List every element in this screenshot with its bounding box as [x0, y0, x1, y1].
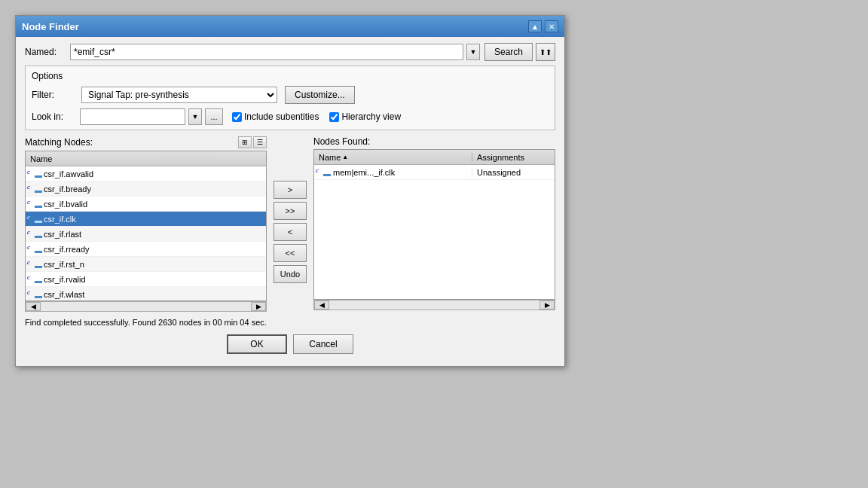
matching-nodes-list[interactable]: Name c csr_if.awvalid c	[25, 151, 267, 301]
node-signal-icon: c	[27, 273, 42, 285]
matching-nodes-panel: Matching Nodes: ⊞ ☰ Name	[25, 136, 267, 312]
grid-view-button[interactable]: ⊞	[238, 136, 252, 148]
bottom-buttons: OK Cancel	[25, 334, 555, 360]
sort-arrow-icon: ▲	[342, 154, 348, 160]
title-bar-buttons: ▲ ✕	[528, 20, 558, 32]
title-bar: Node Finder ▲ ✕	[16, 16, 564, 37]
filter-label: Filter:	[32, 90, 77, 100]
maximize-button[interactable]: ▲	[528, 20, 542, 32]
node-signal-icon: c	[316, 166, 331, 178]
list-item[interactable]: c csr_if.rvalid	[26, 272, 266, 287]
list-item[interactable]: c csr_if.rst_n	[26, 257, 266, 272]
main-area: Matching Nodes: ⊞ ☰ Name	[25, 136, 555, 312]
found-scroll-left-btn[interactable]: ◀	[314, 300, 329, 310]
node-signal-icon: c	[27, 228, 42, 240]
node-signal-icon: c	[27, 288, 42, 300]
scroll-right-btn[interactable]: ▶	[251, 302, 266, 311]
lookin-dropdown-arrow[interactable]: ▼	[188, 108, 202, 125]
matching-nodes-label: Matching Nodes:	[25, 137, 93, 148]
collapse-button[interactable]: ⬆⬆	[536, 43, 555, 61]
close-button[interactable]: ✕	[545, 20, 558, 32]
include-subentities-checkbox[interactable]	[232, 112, 242, 122]
found-scroll-right-btn[interactable]: ▶	[539, 300, 555, 310]
cancel-button[interactable]: Cancel	[293, 334, 353, 354]
lookin-row: Look in: ▼ ... Include subentities Hiera…	[32, 108, 549, 125]
filter-combo: Signal Tap: pre-synthesis	[81, 87, 277, 103]
lookin-input[interactable]	[80, 108, 185, 125]
named-input-wrap: ▼	[70, 44, 480, 60]
matching-nodes-header: Matching Nodes: ⊞ ☰	[25, 136, 267, 148]
node-signal-icon: c	[27, 213, 42, 225]
found-name-cell: c mem|emi..._if.clk	[314, 166, 472, 178]
scroll-left-btn[interactable]: ◀	[26, 302, 41, 311]
filter-select[interactable]: Signal Tap: pre-synthesis	[81, 87, 277, 103]
list-item[interactable]: c csr_if.awvalid	[26, 166, 266, 181]
list-item-selected[interactable]: c csr_if.clk	[26, 212, 266, 227]
filter-row: Filter: Signal Tap: pre-synthesis Custom…	[32, 86, 549, 104]
status-text: Find completed successfully. Found 2630 …	[25, 318, 267, 327]
hscroll-track	[41, 302, 251, 311]
node-finder-dialog: Node Finder ▲ ✕ Named: ▼ Search ⬆⬆ Optio…	[15, 15, 565, 367]
nodes-found-header: Nodes Found:	[313, 136, 555, 147]
list-view-button[interactable]: ☰	[253, 136, 267, 148]
named-input[interactable]	[70, 44, 463, 60]
list-item[interactable]: c csr_if.bvalid	[26, 197, 266, 212]
list-item[interactable]: c csr_if.wlast	[26, 287, 266, 301]
nodes-found-panel: Nodes Found: Name ▲ Assignments	[313, 136, 555, 312]
options-title: Options	[32, 71, 549, 81]
list-item[interactable]: c csr_if.bready	[26, 181, 266, 197]
hierarchy-view-label[interactable]: Hierarchy view	[329, 111, 401, 122]
lookin-label: Look in:	[32, 111, 77, 122]
dialog-body: Named: ▼ Search ⬆⬆ Options Filter: Signa…	[16, 37, 564, 366]
found-name-col-header: Name ▲	[314, 153, 472, 162]
dialog-title: Node Finder	[22, 21, 79, 32]
found-node-row[interactable]: c mem|emi..._if.clk Unassigned	[314, 165, 555, 180]
transfer-all-left-button[interactable]: <<	[274, 244, 307, 262]
customize-button[interactable]: Customize...	[285, 86, 355, 104]
found-hscroll-track	[329, 300, 539, 310]
node-signal-icon: c	[27, 183, 42, 195]
nodes-found-label: Nodes Found:	[313, 136, 370, 147]
transfer-one-left-button[interactable]: <	[274, 223, 307, 241]
transfer-buttons-panel: > >> < << Undo	[270, 136, 310, 312]
name-column-header: Name	[26, 154, 57, 163]
search-button[interactable]: Search	[484, 43, 533, 61]
found-assign-cell: Unassigned	[472, 168, 555, 177]
transfer-all-right-button[interactable]: >>	[274, 202, 307, 220]
panel-icons: ⊞ ☰	[238, 136, 267, 148]
nodes-found-list-header: Name ▲ Assignments	[314, 150, 555, 165]
list-item[interactable]: c csr_if.rready	[26, 242, 266, 257]
undo-button[interactable]: Undo	[274, 265, 307, 283]
transfer-one-right-button[interactable]: >	[274, 181, 307, 199]
named-label: Named:	[25, 47, 70, 57]
node-signal-icon: c	[27, 243, 42, 255]
matching-nodes-list-header: Name	[26, 151, 266, 166]
status-bar: Find completed successfully. Found 2630 …	[25, 316, 555, 328]
options-section: Options Filter: Signal Tap: pre-synthesi…	[25, 66, 555, 130]
node-signal-icon: c	[27, 198, 42, 210]
list-item[interactable]: c csr_if.rlast	[26, 227, 266, 242]
named-dropdown-arrow[interactable]: ▼	[466, 44, 480, 60]
hierarchy-view-checkbox[interactable]	[329, 112, 339, 122]
browse-button[interactable]: ...	[205, 108, 223, 125]
nodes-found-hscrollbar[interactable]: ◀ ▶	[313, 300, 555, 310]
include-subentities-label[interactable]: Include subentities	[232, 111, 319, 122]
named-row: Named: ▼ Search ⬆⬆	[25, 43, 555, 61]
matching-nodes-hscrollbar[interactable]: ◀ ▶	[25, 301, 267, 312]
node-signal-icon: c	[27, 168, 42, 180]
found-assign-col-header: Assignments	[472, 153, 555, 162]
ok-button[interactable]: OK	[227, 334, 287, 354]
node-signal-icon: c	[27, 258, 42, 270]
nodes-found-list[interactable]: Name ▲ Assignments c	[313, 149, 555, 300]
